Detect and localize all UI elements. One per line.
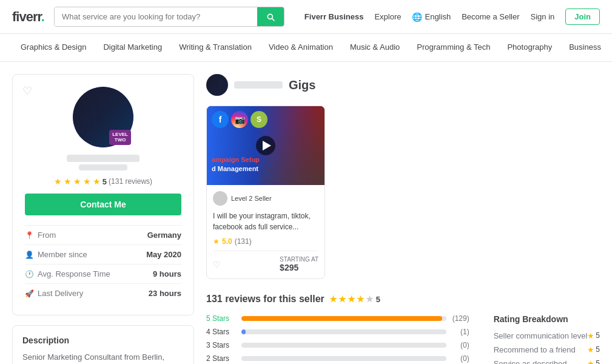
star-3: ★ — [73, 177, 81, 186]
overlay-line1: ampaign Setup — [212, 156, 260, 163]
bar-row-5stars: 5 Stars (129) — [206, 314, 469, 323]
gig-info: Level 2 Seller I will be your instagram,… — [207, 185, 324, 278]
overlay-line2: d Management — [212, 165, 258, 172]
bar-track-5 — [241, 316, 446, 321]
level-badge-line1: LEVEL — [112, 132, 128, 138]
search-button[interactable] — [257, 7, 284, 26]
bar-track-4 — [241, 329, 446, 334]
bar-count-5: (129) — [451, 314, 469, 323]
level-badge-line2: TWO — [112, 137, 128, 143]
from-label: 📍 From — [25, 231, 56, 240]
bar-count-3: (0) — [451, 341, 469, 349]
breakdown-title: Rating Breakdown — [494, 314, 600, 324]
user-icon: 👤 — [25, 251, 34, 259]
response-time-value: 9 hours — [153, 269, 181, 278]
location-icon: 📍 — [25, 231, 34, 240]
seller-avatar-small — [206, 74, 228, 96]
review-star-4: ★ — [357, 294, 365, 304]
gig-seller-row: Level 2 Seller — [213, 191, 318, 206]
nav-item-photography[interactable]: Photography — [499, 34, 560, 61]
contact-button[interactable]: Contact Me — [25, 194, 181, 215]
instagram-icon: 📷 — [231, 111, 248, 128]
bar-label-4[interactable]: 4 Stars — [206, 328, 237, 336]
explore-link[interactable]: Explore — [374, 12, 401, 21]
bar-label-5[interactable]: 5 Stars — [206, 314, 237, 323]
gig-thumbnail[interactable]: ampaign Setup d Management f 📷 S — [207, 106, 324, 185]
review-star-1: ★ — [329, 294, 337, 304]
starting-at-label: STARTING AT — [280, 256, 318, 263]
username-placeholder — [67, 155, 140, 162]
nav-item-writing[interactable]: Writing & Translation — [170, 34, 260, 61]
reviews-count: (131 reviews) — [109, 177, 152, 186]
nav-item-graphics[interactable]: Graphics & Design — [12, 34, 95, 61]
breakdown-row-recommend: Recommend to a friend ★ 5 — [494, 345, 600, 354]
language-selector[interactable]: 🌐 English — [412, 12, 451, 22]
bar-label-3[interactable]: 3 Stars — [206, 341, 237, 349]
join-button[interactable]: Join — [565, 8, 600, 25]
price-value: $295 — [280, 263, 318, 272]
gigs-label: Gigs — [289, 78, 315, 92]
bar-fill-5 — [241, 316, 442, 321]
breakdown-stars-service: ★ 5 — [587, 359, 600, 364]
bar-fill-4 — [241, 329, 246, 334]
main-content: ♡ LEVEL TWO ★ ★ ★ ★ ★ 5 (131 reviews) — [0, 62, 612, 364]
breakdown-row-communication: Seller communication level ★ 5 — [494, 331, 600, 340]
gig-rating: ★ 5.0 (131) — [213, 237, 318, 246]
nav-item-digital-marketing[interactable]: Digital Marketing — [95, 34, 170, 61]
star-2: ★ — [64, 177, 72, 186]
nav-item-business[interactable]: Business — [560, 34, 610, 61]
header-nav: Fiverr Business Explore 🌐 English Become… — [304, 8, 600, 25]
description-card: Description Senior Marketing Consultant … — [12, 325, 194, 364]
seller-level-tag: Level 2 Seller — [231, 195, 272, 202]
gig-icons: f 📷 S — [212, 111, 267, 128]
rating-breakdown: Rating Breakdown Seller communication le… — [494, 314, 600, 364]
bar-row-2stars: 2 Stars (0) — [206, 354, 469, 363]
gig-favorite-icon[interactable]: ♡ — [213, 260, 221, 269]
bar-count-2: (0) — [451, 354, 469, 363]
play-triangle-icon — [263, 141, 271, 150]
fiverr-business-link[interactable]: Fiverr Business — [304, 12, 364, 21]
reviews-title-text: 131 reviews for this seller — [206, 294, 324, 305]
bar-count-4: (1) — [451, 328, 469, 336]
subname-placeholder — [79, 164, 127, 170]
seller-header: Gigs — [206, 74, 600, 96]
nav-bar: Graphics & Design Digital Marketing Writ… — [0, 34, 612, 62]
description-text: Senior Marketing Consultant from Berlin,… — [22, 351, 184, 364]
rating-bars: 5 Stars (129) 4 Stars (1) — [206, 314, 469, 364]
avatar-wrap: LEVEL TWO — [73, 87, 133, 147]
nav-item-programming[interactable]: Programming & Tech — [408, 34, 499, 61]
breakdown-stars-rec-value: 5 — [596, 345, 600, 354]
breakdown-label-service: Service as described — [494, 359, 567, 364]
sign-in-link[interactable]: Sign in — [531, 12, 555, 21]
search-input[interactable] — [55, 7, 257, 26]
nav-item-ai[interactable]: AI Services — [610, 34, 612, 61]
profile-card: ♡ LEVEL TWO ★ ★ ★ ★ ★ 5 (131 reviews) — [12, 74, 194, 315]
bar-label-2[interactable]: 2 Stars — [206, 354, 237, 363]
member-since-value: May 2020 — [146, 250, 181, 259]
info-row-response-time: 🕐 Avg. Response Time 9 hours — [25, 264, 181, 283]
right-panel: Gigs ampaign Setup d Management f 📷 S — [206, 74, 600, 364]
review-total-stars: 5 — [376, 295, 380, 304]
review-star-5: ★ — [366, 294, 374, 304]
favorite-icon[interactable]: ♡ — [22, 84, 32, 98]
play-button[interactable] — [256, 136, 275, 155]
rating-value: 5 — [103, 177, 107, 186]
gig-price: STARTING AT $295 — [280, 256, 318, 272]
bar-track-3 — [241, 343, 446, 348]
shopify-icon: S — [251, 111, 267, 128]
star-rating: ★ ★ ★ ★ ★ 5 (131 reviews) — [25, 177, 181, 186]
breakdown-star-rec-1: ★ — [587, 345, 594, 354]
delivery-icon: 🚀 — [25, 289, 34, 298]
nav-item-music[interactable]: Music & Audio — [341, 34, 408, 61]
bar-track-2 — [241, 356, 446, 361]
star-1: ★ — [54, 177, 62, 186]
nav-item-video[interactable]: Video & Animation — [260, 34, 341, 61]
breakdown-stars-communication: ★ 5 — [587, 331, 600, 340]
become-seller-link[interactable]: Become a Seller — [462, 12, 519, 21]
left-panel: ♡ LEVEL TWO ★ ★ ★ ★ ★ 5 (131 reviews) — [12, 74, 194, 364]
breakdown-stars-recommend: ★ 5 — [587, 345, 600, 354]
breakdown-label-communication: Seller communication level — [494, 331, 588, 340]
info-row-last-delivery: 🚀 Last Delivery 23 hours — [25, 283, 181, 303]
globe-icon: 🌐 — [412, 12, 422, 22]
description-title: Description — [22, 335, 184, 345]
